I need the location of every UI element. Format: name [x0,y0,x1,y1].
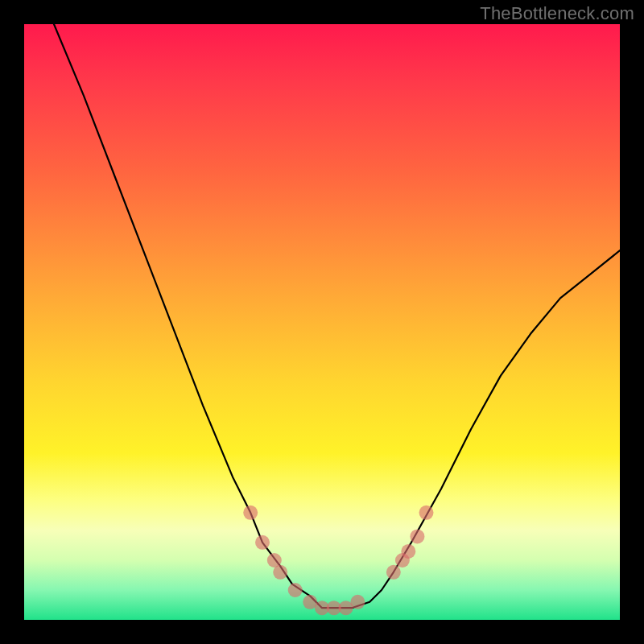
watermark-text: TheBottleneck.com [480,3,634,24]
black-frame [0,0,644,644]
